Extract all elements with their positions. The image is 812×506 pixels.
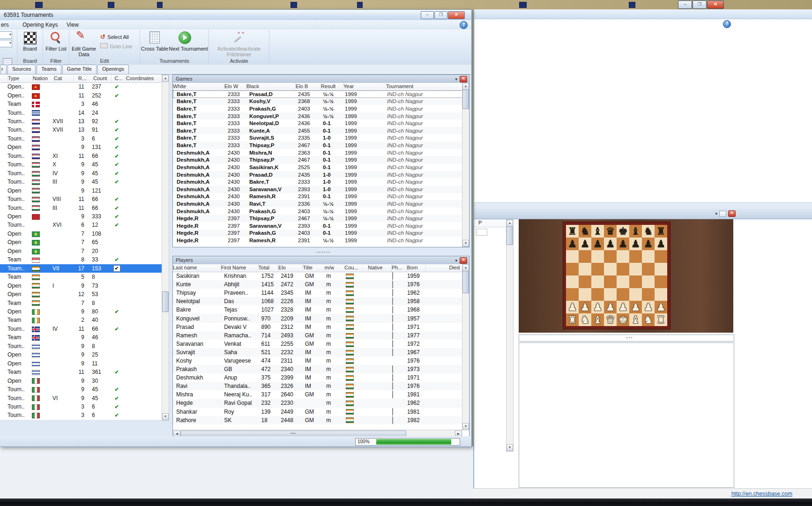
splitter-handle[interactable]: ▪▪▪ (519, 335, 734, 342)
board-square[interactable]: ♟ (604, 238, 617, 250)
board-square[interactable]: ♟ (591, 301, 604, 313)
board-square[interactable] (591, 250, 604, 263)
board-square[interactable] (579, 263, 591, 275)
player-row[interactable]: HegdeRavi Gopal2322230m1962 (173, 399, 462, 407)
player-row[interactable]: MishraNeeraj Ku..3172640GMm1981 (173, 390, 462, 399)
board-square[interactable] (642, 288, 655, 301)
titlebar[interactable]: 63591 Tournaments – ❐ ✕ (0, 10, 471, 21)
combo-box[interactable] (0, 31, 12, 39)
board-square[interactable]: ♟ (566, 238, 579, 250)
help-icon[interactable]: ? (723, 20, 731, 28)
column-total[interactable]: Total (259, 264, 278, 272)
tournament-row[interactable]: Team11361✔ (0, 368, 162, 376)
board-square[interactable]: ♝ (629, 313, 642, 326)
close-button[interactable]: ✕ (448, 11, 465, 19)
tournament-row[interactable]: Tourn..XVII1392✔ (0, 117, 162, 126)
chessbase-link[interactable]: http://en.chessbase.com (731, 491, 792, 497)
tournament-row[interactable]: Team346 (0, 100, 162, 108)
player-row[interactable]: KonguvelPonnusw..9702209IMm1957 (173, 314, 462, 322)
column-mw[interactable]: m/w (325, 264, 344, 272)
board-square[interactable] (629, 263, 642, 275)
board-square[interactable]: ♟ (604, 301, 617, 313)
board-square[interactable] (642, 275, 655, 288)
game-row[interactable]: Deshmukh,A2430Prasad,D24351-01999IND-ch … (173, 171, 462, 179)
tournament-row[interactable]: Team58 (0, 273, 162, 281)
close-icon[interactable]: ✕ (460, 76, 467, 82)
player-row[interactable]: RaviThandala..3652326IMm1976 (173, 382, 462, 390)
tournament-row[interactable]: Open7108 (0, 230, 162, 238)
board-button[interactable]: Board (17, 46, 43, 52)
board-square[interactable] (629, 250, 642, 263)
board-square[interactable] (579, 288, 591, 301)
combo-box[interactable] (0, 40, 12, 47)
player-row[interactable]: DeshmukhAnup3752399IMm1971 (173, 373, 462, 382)
column-white[interactable]: White (173, 83, 224, 90)
column-died[interactable]: Died (426, 264, 462, 272)
column-photo[interactable]: Ph... (392, 264, 407, 272)
tournament-row[interactable]: Tourn..IV945✔ (0, 169, 162, 178)
game-row[interactable]: Hegde,R2397Saravanan,V23930-11999IND-ch … (173, 222, 462, 230)
tournament-row[interactable]: Open980✔ (0, 307, 162, 316)
column-cat[interactable]: Cat (54, 74, 74, 82)
board-square[interactable]: ♟ (566, 301, 579, 313)
players-header[interactable]: Last name First Name Total Elo Title m/w… (173, 264, 462, 272)
board-square[interactable]: ♟ (655, 238, 667, 250)
board-square[interactable]: ♝ (629, 225, 642, 238)
game-row[interactable]: Bakre,T2333Prakash,G2403½-½1999IND-ch Na… (173, 105, 462, 112)
player-row[interactable]: RathoreSK182448GMm1982 (173, 416, 462, 424)
tournament-row[interactable]: Team78 (0, 298, 162, 307)
tournament-row[interactable]: Tourn..VIII1166✔ (0, 195, 162, 203)
column-title[interactable]: Title (303, 264, 324, 272)
maximize-button[interactable]: ❐ (434, 11, 447, 19)
board-square[interactable] (566, 288, 579, 301)
tournament-row[interactable]: Tourn..XVII1391✔ (0, 126, 162, 134)
games-header[interactable]: White Elo W Black Elo B Result Year Tour… (173, 83, 462, 91)
game-row[interactable]: Hegde,R2397Prakash,G24030-11999IND-ch Na… (173, 230, 462, 237)
board-square[interactable]: ♜ (655, 225, 667, 238)
board-square[interactable]: ♜ (655, 313, 667, 326)
board-square[interactable] (566, 250, 579, 263)
board-square[interactable]: ♟ (642, 238, 655, 250)
tournament-row[interactable]: Tourn..36✔ (0, 134, 162, 143)
board-square[interactable] (617, 275, 629, 288)
scrollbar[interactable]: ▲ ▼ (462, 264, 469, 430)
board-square[interactable] (579, 250, 591, 263)
tournament-row[interactable]: OpenI973 (0, 281, 162, 290)
column-year[interactable]: Year (343, 83, 386, 90)
clipboard-icon[interactable] (3, 58, 12, 65)
tournament-row[interactable]: Tourn..X945✔ (0, 160, 162, 169)
game-row[interactable]: Bakre,T2333Neelotpal,D24360-11999IND-ch … (173, 119, 462, 127)
minimize-button[interactable]: – (678, 0, 692, 9)
tournament-row[interactable]: Tourn..XVI612✔ (0, 221, 162, 229)
tab-sources[interactable]: Sources (7, 65, 36, 74)
minimize-button[interactable]: – (421, 11, 434, 19)
board-square[interactable]: ♟ (617, 238, 629, 250)
column-first-name[interactable]: First Name (221, 264, 259, 272)
chevron-down-icon[interactable]: ▾ (455, 258, 457, 263)
player-row[interactable]: BakreTejas10272328IMm1968 (173, 305, 462, 314)
goto-line-button[interactable]: Goto Line (100, 42, 132, 50)
tournament-row[interactable]: Open9131✔ (0, 143, 162, 151)
board-square[interactable] (591, 263, 604, 275)
board-square[interactable] (604, 288, 617, 301)
game-row[interactable]: Deshmukh,A2430Mishra,N23630-11999IND-ch … (173, 149, 462, 156)
board-square[interactable]: ♞ (579, 313, 591, 326)
tournament-row[interactable]: Open..11252✔ (0, 91, 162, 99)
board-square[interactable] (591, 288, 604, 301)
column-complete[interactable]: C... (112, 74, 126, 82)
scroll-up-icon[interactable]: ▲ (462, 264, 469, 271)
close-icon[interactable]: ✕ (460, 257, 467, 264)
tab-game-title[interactable]: Game Title (62, 65, 97, 74)
game-row[interactable]: Deshmukh,A2430Prakash,G2403½-½1999IND-ch… (173, 208, 462, 215)
player-row[interactable]: SaravananVenkat6112255GMm1972 (173, 340, 462, 348)
board-square[interactable]: ♞ (642, 225, 655, 238)
activate-fritztrainer-button[interactable]: Activate/deactivate Fritztrainer (212, 46, 266, 57)
column-result[interactable]: Result (321, 83, 343, 90)
pin-button[interactable] (719, 211, 726, 217)
column-coordinates[interactable]: Coordinates (126, 74, 162, 82)
close-icon[interactable]: ✕ (728, 210, 736, 217)
next-tournament-button[interactable]: Next Tournament (168, 46, 209, 52)
menu-item-cut[interactable]: ers (1, 22, 9, 28)
tournament-row[interactable]: Tourn..VII17153✔ (0, 264, 162, 273)
maximize-button[interactable]: ❐ (693, 0, 707, 9)
